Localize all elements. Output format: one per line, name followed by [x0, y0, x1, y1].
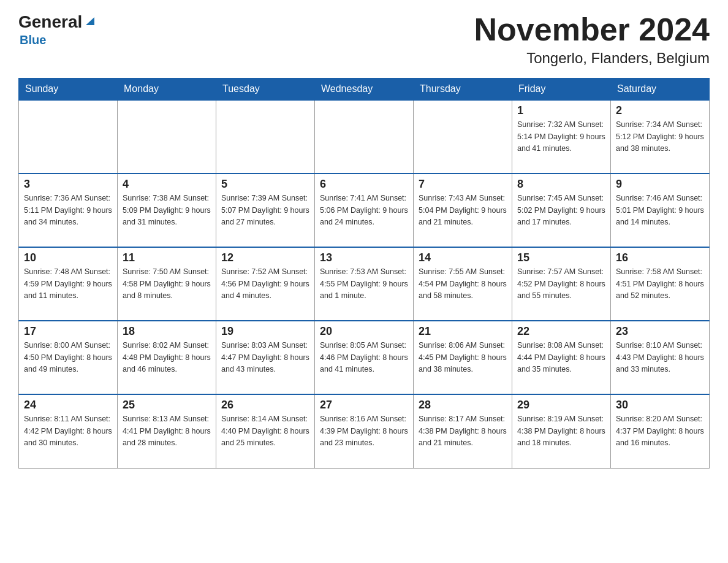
calendar-cell	[315, 100, 414, 174]
svg-marker-0	[86, 17, 94, 25]
calendar-cell: 22Sunrise: 8:08 AM Sunset: 4:44 PM Dayli…	[512, 321, 611, 394]
day-info: Sunrise: 7:53 AM Sunset: 4:55 PM Dayligh…	[320, 266, 408, 302]
day-number: 25	[123, 399, 211, 412]
calendar-header-monday: Monday	[118, 79, 216, 101]
day-info: Sunrise: 8:19 AM Sunset: 4:38 PM Dayligh…	[517, 413, 605, 449]
day-number: 15	[517, 251, 605, 264]
day-number: 2	[616, 104, 704, 117]
calendar-cell: 9Sunrise: 7:46 AM Sunset: 5:01 PM Daylig…	[611, 174, 710, 247]
day-info: Sunrise: 8:08 AM Sunset: 4:44 PM Dayligh…	[517, 340, 605, 375]
day-number: 13	[320, 251, 408, 264]
calendar-cell	[216, 100, 315, 174]
calendar-cell: 23Sunrise: 8:10 AM Sunset: 4:43 PM Dayli…	[611, 321, 710, 394]
day-info: Sunrise: 8:20 AM Sunset: 4:37 PM Dayligh…	[616, 413, 704, 449]
day-info: Sunrise: 7:43 AM Sunset: 5:04 PM Dayligh…	[419, 193, 507, 228]
logo: General Blue	[18, 12, 97, 47]
day-number: 14	[419, 251, 507, 264]
calendar-cell: 2Sunrise: 7:34 AM Sunset: 5:12 PM Daylig…	[611, 100, 710, 174]
day-info: Sunrise: 8:17 AM Sunset: 4:38 PM Dayligh…	[419, 413, 507, 449]
day-number: 7	[419, 178, 507, 191]
calendar-header-thursday: Thursday	[414, 79, 512, 101]
day-info: Sunrise: 7:41 AM Sunset: 5:06 PM Dayligh…	[320, 193, 408, 228]
day-info: Sunrise: 8:10 AM Sunset: 4:43 PM Dayligh…	[616, 340, 704, 375]
calendar-cell: 19Sunrise: 8:03 AM Sunset: 4:47 PM Dayli…	[216, 321, 315, 394]
calendar-cell: 17Sunrise: 8:00 AM Sunset: 4:50 PM Dayli…	[19, 321, 118, 394]
day-number: 23	[616, 325, 704, 338]
day-number: 27	[320, 399, 408, 412]
calendar-cell: 5Sunrise: 7:39 AM Sunset: 5:07 PM Daylig…	[216, 174, 315, 247]
calendar-cell: 1Sunrise: 7:32 AM Sunset: 5:14 PM Daylig…	[512, 100, 611, 174]
calendar-cell: 4Sunrise: 7:38 AM Sunset: 5:09 PM Daylig…	[118, 174, 216, 247]
calendar-cell: 20Sunrise: 8:05 AM Sunset: 4:46 PM Dayli…	[315, 321, 414, 394]
day-info: Sunrise: 7:32 AM Sunset: 5:14 PM Dayligh…	[517, 119, 605, 155]
day-number: 1	[517, 104, 605, 117]
calendar-cell: 8Sunrise: 7:45 AM Sunset: 5:02 PM Daylig…	[512, 174, 611, 247]
calendar-cell	[414, 100, 512, 174]
calendar-cell: 24Sunrise: 8:11 AM Sunset: 4:42 PM Dayli…	[19, 394, 118, 468]
day-number: 26	[221, 399, 309, 412]
calendar-cell: 10Sunrise: 7:48 AM Sunset: 4:59 PM Dayli…	[19, 247, 118, 321]
day-info: Sunrise: 7:34 AM Sunset: 5:12 PM Dayligh…	[616, 119, 704, 155]
day-info: Sunrise: 8:16 AM Sunset: 4:39 PM Dayligh…	[320, 413, 408, 449]
calendar-cell: 21Sunrise: 8:06 AM Sunset: 4:45 PM Dayli…	[414, 321, 512, 394]
location-title: Tongerlo, Flanders, Belgium	[474, 50, 710, 67]
day-number: 28	[419, 399, 507, 412]
day-number: 11	[123, 251, 211, 264]
day-info: Sunrise: 7:50 AM Sunset: 4:58 PM Dayligh…	[123, 266, 211, 302]
logo-blue-text: Blue	[20, 33, 46, 47]
calendar-cell: 6Sunrise: 7:41 AM Sunset: 5:06 PM Daylig…	[315, 174, 414, 247]
day-info: Sunrise: 7:38 AM Sunset: 5:09 PM Dayligh…	[123, 193, 211, 228]
week-row-3: 10Sunrise: 7:48 AM Sunset: 4:59 PM Dayli…	[19, 247, 710, 321]
day-number: 5	[221, 178, 309, 191]
day-number: 3	[24, 178, 112, 191]
calendar-header-tuesday: Tuesday	[216, 79, 315, 101]
day-info: Sunrise: 8:06 AM Sunset: 4:45 PM Dayligh…	[419, 340, 507, 375]
day-number: 10	[24, 251, 112, 264]
week-row-1: 1Sunrise: 7:32 AM Sunset: 5:14 PM Daylig…	[19, 100, 710, 174]
day-number: 30	[616, 399, 704, 412]
calendar-table: SundayMondayTuesdayWednesdayThursdayFrid…	[18, 78, 710, 469]
calendar-cell: 18Sunrise: 8:02 AM Sunset: 4:48 PM Dayli…	[118, 321, 216, 394]
day-number: 6	[320, 178, 408, 191]
day-number: 29	[517, 399, 605, 412]
calendar-cell: 14Sunrise: 7:55 AM Sunset: 4:54 PM Dayli…	[414, 247, 512, 321]
page-header: General Blue November 2024 Tongerlo, Fla…	[18, 12, 710, 67]
calendar-header-wednesday: Wednesday	[315, 79, 414, 101]
logo-general-text: General	[18, 12, 82, 32]
calendar-cell: 30Sunrise: 8:20 AM Sunset: 4:37 PM Dayli…	[611, 394, 710, 468]
calendar-cell: 25Sunrise: 8:13 AM Sunset: 4:41 PM Dayli…	[118, 394, 216, 468]
day-info: Sunrise: 8:14 AM Sunset: 4:40 PM Dayligh…	[221, 413, 309, 449]
day-info: Sunrise: 7:36 AM Sunset: 5:11 PM Dayligh…	[24, 193, 112, 228]
day-info: Sunrise: 8:03 AM Sunset: 4:47 PM Dayligh…	[221, 340, 309, 375]
calendar-cell	[19, 100, 118, 174]
calendar-cell: 16Sunrise: 7:58 AM Sunset: 4:51 PM Dayli…	[611, 247, 710, 321]
day-info: Sunrise: 8:00 AM Sunset: 4:50 PM Dayligh…	[24, 340, 112, 375]
day-number: 17	[24, 325, 112, 338]
calendar-cell	[118, 100, 216, 174]
day-info: Sunrise: 7:45 AM Sunset: 5:02 PM Dayligh…	[517, 193, 605, 228]
calendar-cell: 27Sunrise: 8:16 AM Sunset: 4:39 PM Dayli…	[315, 394, 414, 468]
day-info: Sunrise: 8:05 AM Sunset: 4:46 PM Dayligh…	[320, 340, 408, 375]
calendar-cell: 15Sunrise: 7:57 AM Sunset: 4:52 PM Dayli…	[512, 247, 611, 321]
day-number: 12	[221, 251, 309, 264]
day-info: Sunrise: 7:58 AM Sunset: 4:51 PM Dayligh…	[616, 266, 704, 302]
calendar-cell: 7Sunrise: 7:43 AM Sunset: 5:04 PM Daylig…	[414, 174, 512, 247]
day-info: Sunrise: 7:46 AM Sunset: 5:01 PM Dayligh…	[616, 193, 704, 228]
calendar-header-friday: Friday	[512, 79, 611, 101]
day-info: Sunrise: 8:02 AM Sunset: 4:48 PM Dayligh…	[123, 340, 211, 375]
week-row-5: 24Sunrise: 8:11 AM Sunset: 4:42 PM Dayli…	[19, 394, 710, 468]
calendar-cell: 29Sunrise: 8:19 AM Sunset: 4:38 PM Dayli…	[512, 394, 611, 468]
day-info: Sunrise: 7:52 AM Sunset: 4:56 PM Dayligh…	[221, 266, 309, 302]
day-info: Sunrise: 7:55 AM Sunset: 4:54 PM Dayligh…	[419, 266, 507, 302]
day-number: 24	[24, 399, 112, 412]
calendar-cell: 11Sunrise: 7:50 AM Sunset: 4:58 PM Dayli…	[118, 247, 216, 321]
day-number: 8	[517, 178, 605, 191]
title-block: November 2024 Tongerlo, Flanders, Belgiu…	[474, 12, 710, 67]
day-number: 22	[517, 325, 605, 338]
day-number: 18	[123, 325, 211, 338]
day-number: 21	[419, 325, 507, 338]
day-info: Sunrise: 7:48 AM Sunset: 4:59 PM Dayligh…	[24, 266, 112, 302]
day-info: Sunrise: 8:13 AM Sunset: 4:41 PM Dayligh…	[123, 413, 211, 449]
day-number: 4	[123, 178, 211, 191]
day-info: Sunrise: 7:57 AM Sunset: 4:52 PM Dayligh…	[517, 266, 605, 302]
